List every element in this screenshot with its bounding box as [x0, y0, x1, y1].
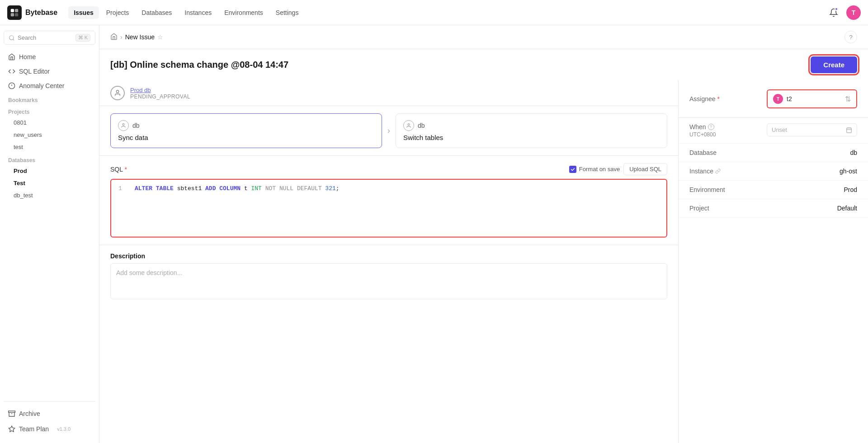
upload-sql-button[interactable]: Upload SQL — [623, 163, 667, 175]
archive-icon — [8, 410, 15, 417]
pipeline-stage-left-task: Sync data — [118, 134, 374, 141]
nav-item-environments[interactable]: Environments — [219, 6, 269, 19]
pipeline-arrow: › — [387, 126, 390, 135]
favorite-star[interactable]: ☆ — [157, 33, 163, 41]
sidebar-item-sql-editor[interactable]: SQL Editor — [4, 65, 95, 78]
nav-item-settings[interactable]: Settings — [270, 6, 304, 19]
search-box[interactable]: Search ⌘ K — [4, 31, 95, 45]
nav-item-instances[interactable]: Instances — [179, 6, 217, 19]
pipeline-stage-left-name: db — [132, 122, 140, 129]
database-prod[interactable]: Prod — [4, 165, 95, 177]
sidebar-item-anomaly-center-label: Anomaly Center — [19, 82, 64, 89]
sidebar: Search ⌘ K Home SQL Editor Anomaly Cente… — [0, 25, 99, 443]
breadcrumb-current: New Issue — [125, 33, 155, 41]
status-db-link[interactable]: Prod db — [130, 87, 190, 93]
pipeline-stage-right-icon — [403, 120, 414, 131]
sidebar-archive[interactable]: Archive — [4, 407, 95, 420]
team-icon — [8, 425, 15, 433]
help-button[interactable]: ? — [844, 31, 857, 43]
sidebar-item-home[interactable]: Home — [4, 50, 95, 64]
notification-bell[interactable] — [826, 5, 841, 20]
breadcrumb-bar: › New Issue ☆ ? — [99, 25, 868, 49]
svg-rect-2 — [11, 13, 14, 16]
issue-title-bar: [db] Online schema change @08-04 14:47 C… — [99, 49, 868, 80]
when-input[interactable]: Unset — [767, 123, 857, 136]
assignee-required: * — [717, 95, 720, 103]
description-section: Description Add some description... — [99, 245, 678, 307]
environment-row: Environment Prod — [679, 181, 868, 199]
instance-link-icon — [715, 168, 721, 174]
assignee-label-text: Assignee — [689, 95, 716, 103]
project-label: Project — [689, 205, 709, 212]
pipeline: db Sync data › db Switch tables — [99, 106, 678, 156]
sidebar-bottom: Archive Team Plan v1.3.0 — [4, 401, 95, 438]
project-0801[interactable]: 0801 — [4, 117, 95, 128]
project-test[interactable]: test — [4, 141, 95, 153]
pipeline-stage-right-task: Switch tables — [403, 134, 660, 141]
status-badge: PENDING_APPROVAL — [130, 93, 190, 100]
archive-label: Archive — [19, 410, 40, 417]
top-nav: Bytebase Issues Projects Databases Insta… — [0, 0, 868, 25]
database-test[interactable]: Test — [4, 177, 95, 189]
assignee-inner: T t2 — [773, 94, 792, 104]
description-label: Description — [110, 252, 667, 260]
sql-type: INT — [251, 185, 265, 192]
nav-item-projects[interactable]: Projects — [101, 6, 135, 19]
nav-item-issues[interactable]: Issues — [68, 6, 99, 19]
sql-toolbar: SQL * Format on save Upload SQL — [110, 163, 667, 175]
sidebar-item-anomaly-center[interactable]: Anomaly Center — [4, 79, 95, 93]
breadcrumb: › New Issue ☆ — [110, 33, 163, 42]
home-breadcrumb[interactable] — [110, 33, 118, 42]
assignee-label: Assignee* — [689, 95, 720, 103]
when-unset: Unset — [772, 126, 787, 133]
nav-items: Issues Projects Databases Instances Envi… — [68, 6, 823, 19]
when-timezone: UTC+0800 — [689, 131, 716, 138]
svg-rect-1 — [15, 9, 18, 12]
assignee-select[interactable]: T t2 ⇅ — [767, 89, 857, 108]
bookmarks-label: Bookmarks — [4, 93, 95, 105]
sidebar-item-sql-editor-label: SQL Editor — [19, 68, 50, 75]
sql-col-name: t — [244, 185, 251, 192]
logo-icon — [7, 5, 22, 20]
sql-required-mark: * — [124, 166, 127, 173]
assignee-section: Assignee* T t2 ⇅ — [679, 80, 868, 118]
instance-value: gh-ost — [840, 168, 857, 175]
status-db-icon — [110, 86, 125, 100]
avatar[interactable]: T — [846, 5, 861, 20]
description-input[interactable]: Add some description... — [110, 263, 667, 299]
svg-point-12 — [123, 124, 124, 126]
create-button[interactable]: Create — [811, 56, 857, 73]
when-label: When ? UTC+0800 — [689, 123, 716, 138]
svg-point-11 — [116, 90, 118, 93]
database-db-test[interactable]: db_test — [4, 190, 95, 201]
issue-title: [db] Online schema change @08-04 14:47 — [110, 60, 288, 70]
project-row: Project Default — [679, 199, 868, 218]
nav-item-databases[interactable]: Databases — [136, 6, 177, 19]
notification-dot — [835, 7, 838, 11]
right-panel: Assignee* T t2 ⇅ — [678, 80, 868, 443]
search-placeholder: Search — [18, 34, 36, 41]
instance-label-text: Instance — [689, 168, 713, 175]
when-row: When ? UTC+0800 Unset — [679, 118, 868, 144]
databases-label: Databases — [4, 154, 95, 165]
pipeline-stage-right: db Switch tables — [396, 113, 667, 148]
svg-rect-3 — [15, 13, 18, 16]
project-new-users[interactable]: new_users — [4, 129, 95, 140]
sql-section: SQL * Format on save Upload SQL — [99, 156, 678, 245]
status-info: Prod db PENDING_APPROVAL — [130, 87, 190, 100]
format-on-save-checkbox[interactable]: Format on save — [569, 166, 620, 173]
sql-alter: ALTER TABLE — [135, 185, 177, 192]
search-box-left: Search — [9, 34, 36, 41]
when-info-icon[interactable]: ? — [708, 124, 714, 130]
sql-editor[interactable]: 1 ALTER TABLE sbtest1 ADD COLUMN t INT N… — [110, 179, 667, 238]
sql-number: 321 — [325, 185, 335, 192]
logo[interactable]: Bytebase — [7, 5, 57, 20]
svg-point-4 — [9, 35, 14, 39]
sql-editor-icon — [8, 68, 15, 75]
sidebar-team-plan[interactable]: Team Plan v1.3.0 — [4, 421, 95, 437]
main-content: › New Issue ☆ ? [db] Online schema chang… — [99, 25, 868, 443]
sql-line-num: 1 — [118, 185, 127, 192]
sql-line-1: 1 ALTER TABLE sbtest1 ADD COLUMN t INT N… — [118, 185, 659, 192]
logo-text: Bytebase — [25, 9, 57, 17]
main-left: Prod db PENDING_APPROVAL db Sync data — [99, 80, 678, 443]
